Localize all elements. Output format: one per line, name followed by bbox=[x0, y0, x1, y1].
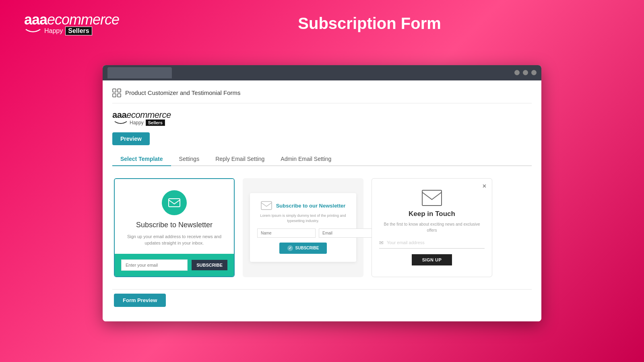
templates-area: Subscribe to Newsletter Sign up your ema… bbox=[112, 174, 532, 285]
header-logo-text: aaaecommerce bbox=[24, 11, 119, 28]
envelope-icon-2 bbox=[261, 201, 272, 210]
template-1-subscribe-button[interactable]: SUBSCRIBE bbox=[192, 260, 227, 270]
tabs-bar: Select Template Settings Reply Email Set… bbox=[112, 152, 532, 166]
template-1-email-input[interactable] bbox=[121, 259, 188, 271]
template-3-title: Keep in Touch bbox=[409, 210, 455, 218]
browser-controls bbox=[514, 70, 537, 75]
inner-logo-ecommerce: ecommerce bbox=[126, 110, 171, 120]
template-1-icon-circle bbox=[162, 190, 187, 215]
template-3-email-row: ✉ Your email address bbox=[379, 240, 485, 249]
tab-settings[interactable]: Settings bbox=[171, 152, 208, 166]
template-3-desc: Be the first to know about exciting news… bbox=[379, 221, 485, 233]
tab-admin-email-setting[interactable]: Admin Email Setting bbox=[272, 152, 339, 166]
logo-ecommerce-part: ecommerce bbox=[47, 11, 119, 28]
template-2-btn-label: SUBSCRIBE bbox=[295, 246, 319, 250]
template-2-fields bbox=[257, 228, 349, 238]
template-2-subscribe-button[interactable]: ✓ SUBSCRIBE bbox=[279, 243, 327, 254]
browser-tab bbox=[107, 67, 172, 78]
svg-rect-3 bbox=[118, 94, 121, 97]
svg-rect-4 bbox=[169, 199, 180, 207]
header-tagline: Happy Sellers bbox=[24, 27, 92, 35]
template-2-desc: Lorem Ipsum is simply dummy text of the … bbox=[257, 213, 349, 223]
svg-rect-5 bbox=[261, 202, 272, 210]
template-2-btn-icon: ✓ bbox=[287, 245, 293, 251]
inner-happy-text: Happy bbox=[130, 120, 144, 125]
template-3-close-icon[interactable]: × bbox=[483, 183, 486, 190]
smile-icon bbox=[24, 29, 42, 33]
app-content: Product Customizer and Testimonial Forms… bbox=[103, 80, 541, 321]
template-1-title: Subscribe to Newsletter bbox=[136, 221, 213, 229]
browser-dot-2 bbox=[523, 70, 528, 75]
browser-dot-1 bbox=[514, 70, 520, 75]
header-happy-text: Happy bbox=[44, 27, 63, 35]
template-2-name-input[interactable] bbox=[257, 228, 316, 238]
preview-button[interactable]: Preview bbox=[112, 132, 150, 145]
svg-rect-0 bbox=[113, 89, 116, 92]
template-card-3[interactable]: × Keep in Touch Be the first to know abo… bbox=[372, 178, 492, 277]
envelope-icon-1 bbox=[168, 196, 181, 209]
template-card-1-body: Subscribe to Newsletter Sign up your ema… bbox=[115, 179, 234, 254]
browser-window: Product Customizer and Testimonial Forms… bbox=[103, 65, 541, 321]
template-card-2-header: Subscribe to our Newsletter bbox=[261, 201, 346, 210]
template-3-email-placeholder: Your email address bbox=[387, 240, 425, 245]
header-logo: aaaecommerce Happy Sellers bbox=[24, 11, 119, 35]
inner-logo-aaa: aaa bbox=[112, 110, 126, 120]
template-card-1[interactable]: Subscribe to Newsletter Sign up your ema… bbox=[114, 178, 235, 277]
browser-dot-3 bbox=[531, 70, 537, 75]
inner-smile-icon bbox=[114, 121, 128, 125]
header-sellers-badge: Sellers bbox=[65, 27, 92, 35]
browser-bar bbox=[103, 65, 541, 80]
template-1-desc: Sign up your email address to receive ne… bbox=[123, 233, 226, 247]
bottom-area: Form Preview bbox=[112, 289, 532, 313]
form-preview-button[interactable]: Form Preview bbox=[114, 294, 166, 307]
template-1-footer: SUBSCRIBE bbox=[115, 254, 234, 276]
svg-rect-2 bbox=[113, 94, 116, 97]
tab-reply-email-setting[interactable]: Reply Email Setting bbox=[207, 152, 272, 166]
logo-aaa-part: aaa bbox=[24, 11, 47, 28]
app-header-title: Product Customizer and Testimonial Forms bbox=[125, 89, 241, 96]
app-header: Product Customizer and Testimonial Forms bbox=[112, 88, 532, 103]
template-card-2[interactable]: Subscribe to our Newsletter Lorem Ipsum … bbox=[243, 178, 363, 277]
svg-rect-6 bbox=[422, 190, 442, 206]
inner-sellers-badge: Sellers bbox=[146, 119, 165, 126]
page-header: aaaecommerce Happy Sellers Subscription … bbox=[0, 11, 644, 35]
template-2-email-input[interactable] bbox=[319, 228, 377, 238]
inner-logo-tagline: Happy Sellers bbox=[114, 119, 165, 126]
template-3-signup-button[interactable]: SIGN UP bbox=[412, 254, 452, 265]
inner-logo-text: aaaecommerce bbox=[112, 110, 171, 120]
template-3-email-icon: ✉ bbox=[379, 240, 384, 246]
inner-logo: aaaecommerce Happy Sellers bbox=[112, 110, 532, 126]
template-card-2-inner: Subscribe to our Newsletter Lorem Ipsum … bbox=[250, 193, 356, 261]
envelope-icon-3 bbox=[422, 190, 442, 206]
page-title: Subscription Form bbox=[119, 14, 620, 33]
grid-icon bbox=[112, 88, 121, 97]
template-2-title: Subscribe to our Newsletter bbox=[276, 203, 346, 209]
svg-rect-1 bbox=[118, 89, 121, 92]
tab-select-template[interactable]: Select Template bbox=[112, 152, 171, 166]
